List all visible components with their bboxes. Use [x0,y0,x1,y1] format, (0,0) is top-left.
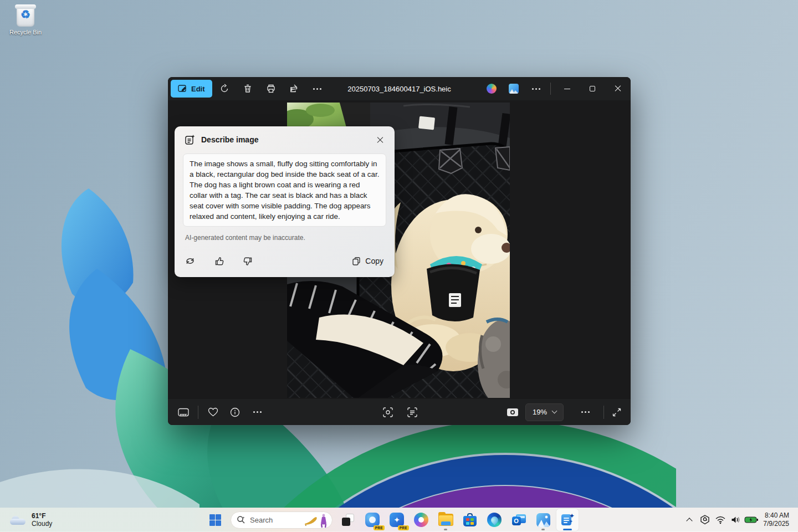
thumbs-down-button[interactable] [238,252,258,270]
zoom-level-value: 19% [533,408,547,416]
copilot-preview-app[interactable]: PRE [361,509,383,531]
chevron-down-icon [552,408,557,414]
share-button[interactable] [283,79,305,98]
thumbs-down-icon [243,257,253,266]
more-toolbar-button[interactable] [306,79,329,98]
edit-icon [178,85,187,93]
rotate-button[interactable] [213,79,236,98]
description-text[interactable]: The image shows a small, fluffy dog sitt… [183,154,386,227]
more-titlebar-button[interactable] [525,79,547,98]
edit-label: Edit [191,85,205,93]
ellipsis-icon [253,411,262,413]
regenerate-button[interactable] [180,252,200,270]
copilot-icon [487,84,497,94]
ellipsis-icon [532,88,540,90]
hidden-icons-button[interactable] [682,510,697,530]
battery-charging-icon [744,516,759,524]
tray-app-icon [699,514,710,525]
fullscreen-icon [612,407,622,417]
filmstrip-icon [178,408,189,417]
copy-label: Copy [365,257,383,265]
describe-image-button[interactable] [401,402,423,422]
share-icon [289,84,299,94]
cloudy-weather-icon [10,515,27,525]
edge-browser-app[interactable] [483,509,505,531]
favorite-button[interactable] [202,402,224,422]
taskbar: 61°F Cloudy Search [0,508,798,532]
describe-image-icon [407,407,418,418]
volume-button[interactable] [729,510,743,530]
titlebar-separator [550,83,551,95]
ellipsis-icon [581,411,590,413]
close-icon [615,85,621,92]
zoom-level-dropdown[interactable]: 19% [525,403,564,421]
more-view-options-button[interactable] [574,402,596,422]
taskbar-center: Search PRE ✦ PRE [204,508,579,532]
search-highlight-art [304,514,328,528]
delete-button[interactable] [237,79,259,98]
recycle-bin-shortcut[interactable]: ♻ Recycle Bin [4,3,47,35]
file-info-button[interactable] [224,402,246,422]
edit-button[interactable]: Edit [171,80,212,98]
photos-app[interactable] [532,509,554,531]
start-button[interactable] [204,509,226,531]
copy-button[interactable]: Copy [346,253,389,269]
ai-disclaimer: AI-generated content may be inaccurate. [185,234,305,242]
file-explorer-icon [438,514,453,526]
edge-icon [487,513,502,527]
ai-notes-icon: ✦ ✦ [561,513,574,526]
weather-temperature: 61°F [32,512,45,520]
print-button[interactable] [260,79,282,98]
more-actions-button[interactable] [246,402,268,422]
weather-condition: Cloudy [32,520,52,528]
thumbs-up-icon [214,257,224,266]
dress-icon [320,514,328,528]
photos-app-button[interactable] [503,79,525,98]
window-title: 20250703_184600417_iOS.heic [347,85,451,93]
copilot-app[interactable] [410,509,432,531]
describe-image-active-app[interactable]: ✦ ✦ [556,509,579,531]
outlook-app[interactable]: O [508,509,530,531]
clock-widget[interactable]: 8:40 AM 7/9/2025 [760,511,792,528]
maximize-button[interactable] [580,77,605,100]
search-box[interactable]: Search [231,511,332,529]
photos-icon [509,84,519,94]
chevron-up-icon [687,518,693,524]
copilot-button[interactable] [480,79,503,98]
close-icon [377,137,383,144]
windows-logo-icon [209,514,221,526]
task-view-button[interactable] [337,509,359,531]
snipping-preview-app[interactable]: ✦ PRE [386,509,408,531]
describe-image-dialog: Describe image The image shows a small, … [175,126,395,277]
regenerate-icon [185,257,195,265]
system-tray: 8:40 AM 7/9/2025 [682,508,798,532]
titlebar: Edit 20250703_184600417_iOS.heic [168,77,631,100]
print-icon [266,84,276,94]
ellipsis-icon [313,88,321,90]
filmstrip-toggle-button[interactable] [172,402,195,422]
tray-time: 8:40 AM [763,511,789,520]
minimize-button[interactable] [554,77,580,100]
photos-icon [536,513,550,527]
describe-dialog-icon [185,134,196,145]
toolbar-separator [198,406,198,419]
battery-button[interactable] [744,510,759,530]
weather-widget[interactable]: 61°F Cloudy [6,508,57,532]
tray-app-button[interactable] [698,510,712,530]
visual-search-icon [382,407,393,418]
copy-icon [352,257,361,266]
dialog-close-button[interactable] [372,133,388,147]
fit-to-window-button[interactable] [502,402,524,422]
close-button[interactable] [605,77,631,100]
microsoft-store-app[interactable] [459,509,481,531]
minimize-icon [564,89,570,89]
outlook-icon: O [512,513,526,526]
fit-to-window-icon [507,408,519,417]
pre-badge: PRE [374,525,385,530]
file-explorer-app[interactable] [434,509,457,531]
info-icon [230,407,240,417]
thumbs-up-button[interactable] [209,252,229,270]
wifi-button[interactable] [713,510,728,530]
fullscreen-button[interactable] [606,402,628,422]
visual-search-button[interactable] [377,402,399,422]
